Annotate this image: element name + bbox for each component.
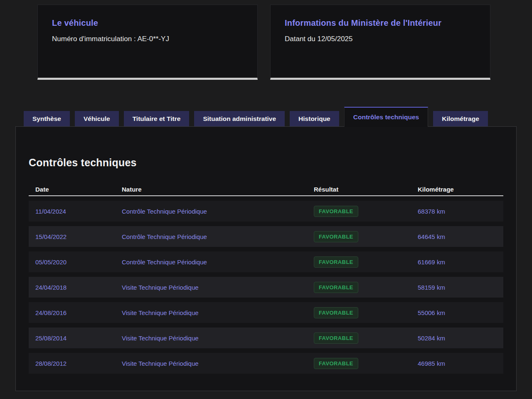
panel-title: Contrôles techniques <box>29 157 503 169</box>
inspection-date: 24/04/2018 <box>29 277 115 298</box>
tab-v-hicule[interactable]: Véhicule <box>75 111 119 126</box>
inspection-row: 15/04/2022 Contrôle Technique Périodique… <box>29 226 503 247</box>
inspection-mileage: 61669 km <box>411 251 503 272</box>
column-header-nature: Nature <box>115 184 307 196</box>
tab-historique[interactable]: Historique <box>290 111 339 126</box>
tab-kilom-trage[interactable]: Kilométrage <box>433 111 488 126</box>
inspection-row: 11/04/2024 Contrôle Technique Périodique… <box>29 201 503 222</box>
ministry-card-title: Informations du Ministère de l'Intérieur <box>285 18 476 28</box>
technical-inspections-panel: Contrôles techniques Date Nature Résulta… <box>15 126 517 391</box>
vehicle-card-title: Le véhicule <box>52 18 243 28</box>
result-status-badge: FAVORABLE <box>314 206 358 217</box>
inspection-nature: Visite Technique Périodique <box>115 302 307 323</box>
tab-contr-les-techniques[interactable]: Contrôles techniques <box>344 107 428 127</box>
result-status-badge: FAVORABLE <box>314 231 358 242</box>
tab-situation-administrative[interactable]: Situation administrative <box>194 111 285 126</box>
inspection-mileage: 68378 km <box>411 201 503 222</box>
inspection-nature: Contrôle Technique Périodique <box>115 251 307 272</box>
column-header-mileage: Kilométrage <box>411 184 503 196</box>
data-date: Datant du 12/05/2025 <box>285 35 476 43</box>
inspection-date: 05/05/2020 <box>29 251 115 272</box>
inspection-date: 11/04/2024 <box>29 201 115 222</box>
summary-cards: Le véhicule Numéro d'immatriculation : A… <box>0 0 532 80</box>
inspection-nature: Contrôle Technique Périodique <box>115 226 307 247</box>
inspection-nature: Visite Technique Périodique <box>115 353 307 374</box>
inspection-row: 24/04/2018 Visite Technique Périodique F… <box>29 277 503 298</box>
inspection-date: 28/08/2012 <box>29 353 115 374</box>
inspection-row: 05/05/2020 Contrôle Technique Périodique… <box>29 251 503 272</box>
inspection-mileage: 50284 km <box>411 328 503 348</box>
inspections-table: Date Nature Résultat Kilométrage 11/04/2… <box>29 180 503 378</box>
inspection-row: 25/08/2014 Visite Technique Périodique F… <box>29 328 503 348</box>
inspection-mileage: 46985 km <box>411 353 503 374</box>
inspection-row: 24/08/2016 Visite Technique Périodique F… <box>29 302 503 323</box>
vehicle-card: Le véhicule Numéro d'immatriculation : A… <box>37 5 258 80</box>
inspection-date: 15/04/2022 <box>29 226 115 247</box>
result-status-badge: FAVORABLE <box>314 256 358 268</box>
inspection-nature: Visite Technique Périodique <box>115 328 307 348</box>
inspection-mileage: 64645 km <box>411 226 503 247</box>
tab-titulaire-et-titre[interactable]: Titulaire et Titre <box>124 111 190 126</box>
inspection-nature: Visite Technique Périodique <box>115 277 307 298</box>
inspection-nature: Contrôle Technique Périodique <box>115 201 307 222</box>
tab-synth-se[interactable]: Synthèse <box>24 111 70 126</box>
result-status-badge: FAVORABLE <box>314 332 358 344</box>
registration-number: Numéro d'immatriculation : AE-0**-YJ <box>52 35 243 43</box>
column-header-result: Résultat <box>307 184 411 196</box>
inspection-date: 24/08/2016 <box>29 302 115 323</box>
inspection-mileage: 55006 km <box>411 302 503 323</box>
column-header-date: Date <box>29 184 115 196</box>
result-status-badge: FAVORABLE <box>314 307 358 318</box>
result-status-badge: FAVORABLE <box>314 282 358 293</box>
inspection-row: 28/08/2012 Visite Technique Périodique F… <box>29 353 503 374</box>
result-status-badge: FAVORABLE <box>314 358 358 369</box>
inspection-mileage: 58159 km <box>411 277 503 298</box>
table-header-row: Date Nature Résultat Kilométrage <box>29 184 503 196</box>
report-tabs: SynthèseVéhiculeTitulaire et TitreSituat… <box>24 106 517 126</box>
ministry-info-card: Informations du Ministère de l'Intérieur… <box>270 5 490 80</box>
inspection-date: 25/08/2014 <box>29 328 115 348</box>
